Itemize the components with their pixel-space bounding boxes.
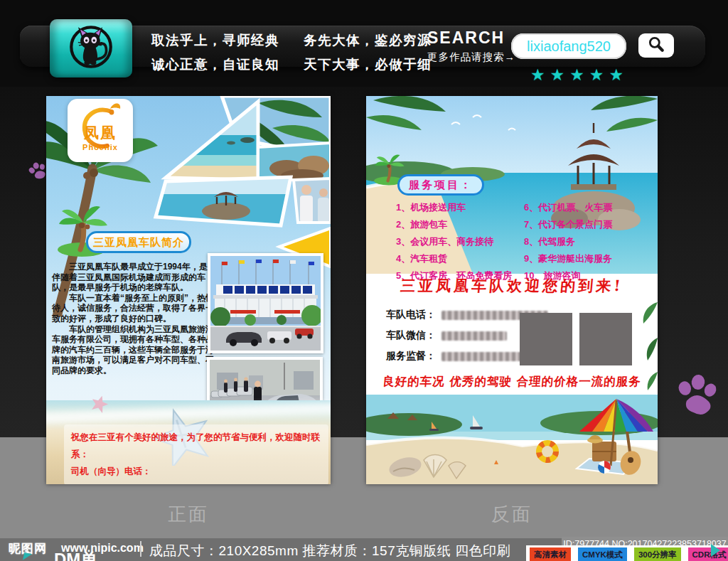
header: 取法乎上，寻师经典 务先大体，鉴必穷源 诚心正意，自证良知 天下大事，必做于细 … [0,0,728,87]
qr-code-placeholder [579,313,632,365]
welcome-headline: 三亚凤凰车队欢迎您的到来! [366,276,658,296]
search-hint: 更多作品请搜索→ [427,50,515,64]
phoenix-logo: 凤凰 Phoenix [68,99,133,162]
rating-stars: ★★★★★ [519,65,640,85]
service-item: 4、汽车租赁 [396,252,512,265]
front-flyer-title: 三亚凤凰车队简介 [86,231,191,253]
service-item: 9、豪华游艇出海服务 [524,252,612,265]
contact-note-line2: 司机（向导）电话： [71,464,321,481]
slogan-1: 取法乎上，寻师经典 [151,31,292,49]
services-list-right: 6、代订机票、火车票 7、代订各个景点门票 8、代驾服务 9、豪华游艇出海服务 … [524,201,612,287]
qr-code-placeholder [520,313,572,365]
intro-paragraph: 车队一直本着“服务至上的原则”，热忱待人，诚信服务，合法经营，取得了各界一致的好… [52,293,214,324]
service-item: 3、会议用车、商务接待 [396,235,512,248]
services-list-left: 1、机场接送用车 2、旅游包车 3、会议用车、商务接待 4、汽车租赁 5、代订客… [396,201,512,287]
phoenix-logo-en: Phoenix [68,143,133,151]
badge-hd: 高清素材 [530,547,571,561]
intro-paragraph: 车队的管理组织机构为三亚凤凰旅游汽车服务有限公司，现拥有各种车型、各种品牌的汽车… [52,324,214,376]
airport-photo [208,253,323,353]
phoenix-logo-cn: 凤凰 [68,123,133,143]
flyer-back-preview[interactable]: 服务项目： 1、机场接送用车 2、旅游包车 3、会议用车、商务接待 4、汽车租赁… [366,96,658,484]
search-button[interactable] [638,33,674,58]
service-item: 1、机场接送用车 [396,201,512,214]
bottom-info-bar: 昵图网 DM单 www.nipic.com 成品尺寸：210X285mm 推荐材… [0,538,728,561]
site-watermark-url[interactable]: www.nipic.com [61,542,144,555]
slogan-2: 务先大体，鉴必穷源 [304,31,440,49]
badge-cmyk: CMYK模式 [578,547,627,561]
service-item: 8、代驾服务 [524,235,612,248]
contact-note-line1: 祝您在三亚有个美好的旅途，为了您的节省与便利，欢迎随时联系： [71,429,321,464]
header-slogans: 取法乎上，寻师经典 务先大体，鉴必穷源 诚心正意，自证良知 天下大事，必做于细 [151,31,440,73]
divider [140,541,141,557]
badge-dpi: 300分辨率 [634,547,681,561]
intro-paragraph: 三亚凤凰车队最早成立于1994年，是伴随着三亚凤凰国际机场建成而形成的车队，是最… [52,262,214,293]
contact-label: 服务监督： [386,350,436,363]
service-item: 2、旅游包车 [396,218,512,231]
services-title: 服务项目： [397,174,484,196]
service-item: 7、代订各个景点门票 [524,218,612,231]
slogan-4: 天下大事，必做于细 [304,55,440,73]
service-item: 6、代订机票、火车票 [524,201,612,214]
page: 取法乎上，寻师经典 务先大体，鉴必穷源 诚心正意，自证良知 天下大事，必做于细 … [0,0,728,561]
contact-label: 车队微信： [386,329,436,342]
starfish-icon [90,395,109,416]
next-arrow-icon[interactable] [711,544,720,557]
front-flyer-intro: 三亚凤凰车队最早成立于1994年，是伴随着三亚凤凰国际机场建成而形成的车队，是最… [52,262,214,376]
cat-logo-icon [68,24,114,73]
print-spec-text: 成品尺寸：210X285mm 推荐材质：157克铜版纸 四色印刷 [149,542,510,560]
front-flyer-contact-note: 祝您在三亚有个美好的旅途，为了您的节省与便利，欢迎随时联系： 司机（向导）电话： [64,424,328,484]
site-logo[interactable] [50,19,132,78]
magnifier-icon [647,35,665,56]
badge-cdr: CDR格式 [688,547,728,561]
service-slogan: 良好的车况 优秀的驾驶 合理的价格一流的服务 [366,374,658,390]
contact-label: 车队电话： [386,309,436,321]
slogan-3: 诚心正意，自证良知 [151,55,292,73]
paw-icon [665,363,724,426]
format-badges: 高清素材 CMYK模式 300分辨率 CDR格式 [526,545,728,561]
search-input[interactable] [511,33,626,59]
beach-items-photo [366,395,658,484]
search-block: SEARCH 更多作品请搜索→ [427,28,515,64]
caption-front-side: 正面 [46,502,331,527]
search-title: SEARCH [427,28,515,48]
caption-back-side: 反面 [366,502,658,527]
watermark-arrow-icon [23,552,32,561]
palm-leaves-decor [638,295,658,397]
redacted-wechat-value [441,331,507,341]
flyer-front-preview[interactable]: 凤凰 Phoenix 三亚凤凰车队简介 三亚凤凰车队最早成立于1994年，是伴随… [46,96,331,484]
